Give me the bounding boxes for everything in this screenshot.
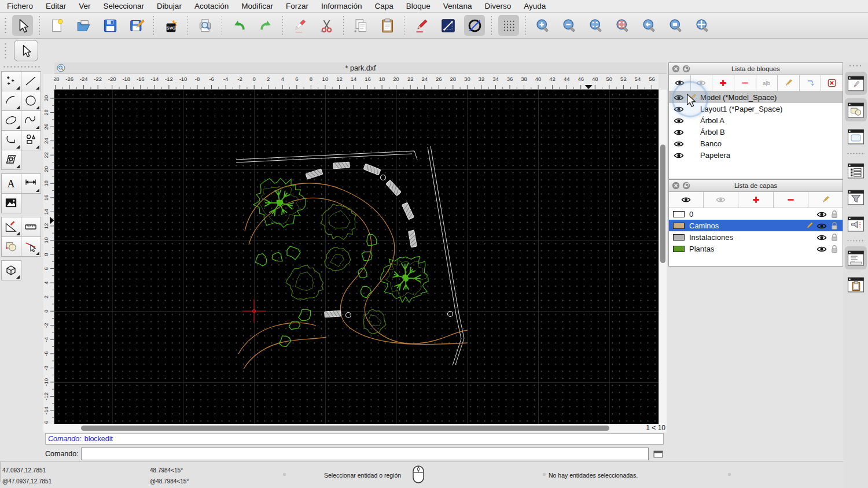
tool-text-button[interactable]: A bbox=[1, 173, 21, 194]
palette-drag-handle[interactable] bbox=[3, 65, 40, 69]
layer-row-plantas[interactable]: Plantas bbox=[669, 243, 843, 254]
grid-toggle-button[interactable] bbox=[498, 15, 519, 36]
visibility-eye-icon[interactable] bbox=[816, 245, 827, 253]
tool-spline-button[interactable] bbox=[21, 110, 41, 131]
horizontal-scrollbar[interactable]: 1 < 10 bbox=[43, 424, 667, 432]
layers-minus-strong-button[interactable] bbox=[774, 192, 808, 208]
menu-capa[interactable]: Capa bbox=[375, 2, 393, 10]
command-input[interactable] bbox=[81, 448, 649, 460]
list-window-button[interactable] bbox=[845, 159, 867, 182]
visibility-eye-icon[interactable] bbox=[816, 210, 827, 218]
visibility-eye-icon[interactable] bbox=[674, 140, 684, 147]
layer-row-0[interactable]: 0 bbox=[669, 208, 843, 220]
blocks-pencil-button[interactable] bbox=[778, 75, 800, 91]
layers-plus-button[interactable] bbox=[738, 192, 773, 208]
new-document-button[interactable] bbox=[46, 15, 67, 36]
notify-window-button[interactable] bbox=[845, 212, 867, 235]
blocks-plus-button[interactable] bbox=[712, 75, 734, 91]
dock-drag-handle[interactable] bbox=[848, 64, 863, 68]
zoom-out-button[interactable] bbox=[559, 15, 580, 36]
layers-eye-button[interactable] bbox=[669, 192, 704, 208]
tool-points-button[interactable] bbox=[1, 71, 21, 91]
blocks-rename-ab-button[interactable]: a|b bbox=[756, 75, 778, 91]
menu-acotacion[interactable]: Acotación bbox=[194, 2, 229, 10]
menu-seleccionar[interactable]: Seleccionar bbox=[104, 2, 145, 10]
tool-select-entity-button[interactable] bbox=[21, 236, 41, 257]
layer-row-instalaciones[interactable]: Instalaciones bbox=[669, 231, 843, 243]
vertical-scrollbar-thumb[interactable] bbox=[660, 145, 665, 263]
visibility-eye-icon[interactable] bbox=[816, 234, 827, 241]
visibility-eye-icon[interactable] bbox=[674, 128, 684, 136]
layer-color-swatch[interactable] bbox=[673, 234, 685, 241]
save-button[interactable] bbox=[100, 15, 120, 36]
visibility-eye-icon[interactable] bbox=[816, 222, 827, 230]
horizontal-scrollbar-thumb[interactable] bbox=[81, 426, 609, 431]
delete-entities-button[interactable] bbox=[289, 15, 310, 36]
tool-line-button[interactable] bbox=[21, 71, 41, 91]
menu-ver[interactable]: Ver bbox=[79, 2, 90, 10]
entity-window-button[interactable] bbox=[845, 98, 867, 121]
zoom-window-button[interactable] bbox=[665, 15, 686, 36]
block-row-banco[interactable]: Banco bbox=[669, 138, 843, 149]
tool-measure-button[interactable] bbox=[1, 217, 21, 237]
layer-row-caminos[interactable]: Caminos bbox=[669, 220, 843, 231]
menu-editar[interactable]: Editar bbox=[46, 2, 66, 10]
lock-icon[interactable] bbox=[830, 245, 838, 253]
zoom-redraw-button[interactable] bbox=[612, 15, 633, 36]
document-tab-bar[interactable]: * park.dxf bbox=[54, 62, 667, 74]
menu-ventana[interactable]: Ventana bbox=[443, 2, 472, 10]
command-window-button[interactable] bbox=[845, 246, 867, 269]
tool-dimension-button[interactable] bbox=[21, 173, 41, 194]
visibility-eye-icon[interactable] bbox=[674, 117, 684, 124]
menu-forzar[interactable]: Forzar bbox=[286, 2, 308, 10]
menu-fichero[interactable]: Fichero bbox=[7, 2, 33, 10]
blocks-minus-pale-button[interactable] bbox=[734, 75, 756, 91]
svg-export-button[interactable]: SVG bbox=[160, 15, 181, 36]
menu-informacion[interactable]: Información bbox=[321, 2, 362, 10]
drawing-canvas[interactable] bbox=[54, 90, 659, 424]
tool-modify-button[interactable] bbox=[1, 236, 21, 257]
line-tool-button[interactable] bbox=[437, 15, 458, 36]
layers-eye-off-button[interactable] bbox=[704, 192, 738, 208]
lock-icon[interactable] bbox=[830, 233, 838, 242]
visibility-eye-icon[interactable] bbox=[674, 151, 684, 159]
undo-button[interactable] bbox=[229, 15, 249, 36]
layer-color-swatch[interactable] bbox=[673, 223, 685, 229]
toolbar-drag-handle[interactable] bbox=[3, 42, 8, 60]
tool-polyline-button[interactable] bbox=[1, 130, 21, 150]
zoom-auto-button[interactable] bbox=[586, 15, 606, 36]
zoom-in-button[interactable] bbox=[532, 15, 553, 36]
blocks-delete-x-button[interactable] bbox=[821, 75, 843, 91]
tool-image-button[interactable] bbox=[1, 193, 21, 213]
block-row-arbol-b[interactable]: Árbol B bbox=[669, 126, 843, 138]
toolbar-drag-handle[interactable] bbox=[3, 17, 8, 34]
zoom-pan-button[interactable] bbox=[692, 15, 713, 36]
tool-polygon-shapes-button[interactable] bbox=[21, 130, 41, 150]
menu-bloque[interactable]: Bloque bbox=[406, 2, 431, 10]
construction-mode-button[interactable] bbox=[464, 15, 485, 36]
tool-arc-button[interactable] bbox=[1, 91, 21, 111]
tool-ruler-tool-button[interactable] bbox=[21, 217, 41, 237]
lock-icon[interactable] bbox=[830, 210, 838, 219]
save-as-button[interactable] bbox=[126, 15, 147, 36]
vertical-scrollbar[interactable] bbox=[659, 90, 667, 424]
select-arrow-button[interactable] bbox=[12, 15, 33, 36]
draw-pen-button[interactable] bbox=[411, 15, 432, 36]
tool-hatch-button[interactable] bbox=[1, 150, 21, 170]
menu-diverso[interactable]: Diverso bbox=[484, 2, 511, 10]
menu-ayuda[interactable]: Ayuda bbox=[524, 2, 546, 10]
tool-circle-button[interactable] bbox=[21, 91, 41, 111]
redo-button[interactable] bbox=[255, 15, 276, 36]
block-edit-window-button[interactable] bbox=[845, 72, 867, 95]
zoom-previous-button[interactable] bbox=[639, 15, 660, 36]
layer-color-swatch[interactable] bbox=[673, 246, 685, 252]
menu-dibujar[interactable]: Dibujar bbox=[157, 2, 182, 10]
layer-color-swatch[interactable] bbox=[673, 211, 685, 217]
select-tool-button[interactable] bbox=[14, 40, 38, 61]
open-file-button[interactable] bbox=[73, 15, 94, 36]
empty-window-button[interactable] bbox=[845, 125, 867, 148]
paste-button[interactable] bbox=[377, 15, 398, 36]
tool-ellipse-button[interactable] bbox=[1, 110, 21, 131]
menu-modificar[interactable]: Modificar bbox=[241, 2, 273, 10]
layers-pencil-button[interactable] bbox=[808, 192, 843, 208]
